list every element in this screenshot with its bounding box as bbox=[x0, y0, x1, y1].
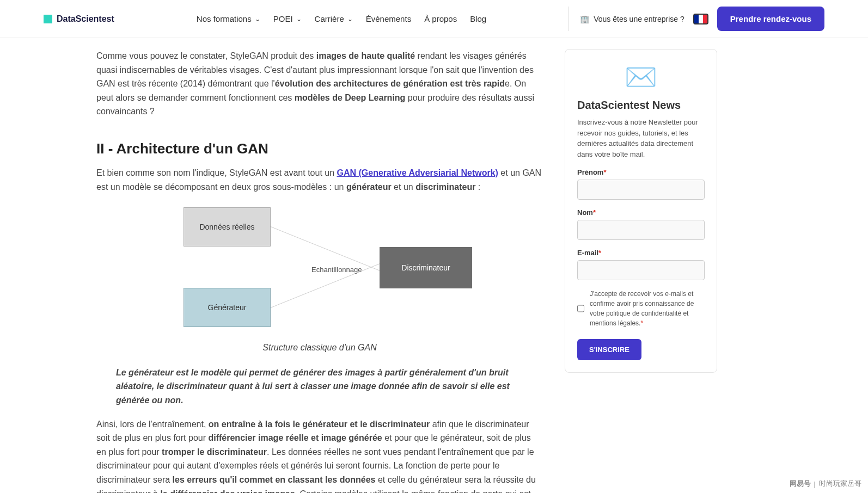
logo-text: DataScientest bbox=[57, 14, 114, 24]
nav-blog[interactable]: Blog bbox=[470, 14, 486, 23]
newsletter-sidebar: ✉️ DataScientest News Inscrivez-vous à n… bbox=[565, 49, 717, 493]
diagram-real-data: Données réelles bbox=[184, 207, 271, 246]
nav-poei[interactable]: POEI⌄ bbox=[273, 14, 302, 23]
diagram-generator: Générateur bbox=[184, 288, 271, 327]
logo-icon bbox=[44, 15, 52, 23]
paragraph-gan: Et bien comme son nom l'indique, StyleGA… bbox=[96, 166, 543, 194]
nom-label: Nom* bbox=[577, 208, 705, 217]
section-heading: II - Architecture d'un GAN bbox=[96, 140, 543, 157]
quote-block: Le générateur est le modèle qui permet d… bbox=[116, 366, 543, 408]
email-label: E-mail* bbox=[577, 249, 705, 257]
prenom-label: Prénom* bbox=[577, 168, 705, 176]
enterprise-link[interactable]: 🏢 Vous êtes une entreprise ? bbox=[580, 15, 684, 23]
newsletter-title: DataScientest News bbox=[577, 99, 705, 112]
nav-apropos[interactable]: À propos bbox=[424, 14, 457, 23]
logo[interactable]: DataScientest bbox=[44, 14, 114, 24]
chevron-down-icon: ⌄ bbox=[347, 15, 353, 23]
nav-formations[interactable]: Nos formations⌄ bbox=[197, 14, 260, 23]
nav-evenements[interactable]: Événements bbox=[366, 14, 411, 23]
consent-text: J'accepte de recevoir vos e-mails et con… bbox=[590, 289, 705, 328]
nav-carriere[interactable]: Carrière⌄ bbox=[315, 14, 353, 23]
diagram-caption: Structure classique d'un GAN bbox=[96, 341, 543, 355]
newsletter-description: Inscrivez-vous à notre Newsletter pour r… bbox=[577, 117, 705, 159]
diagram-sampling-label: Echantillonnage bbox=[311, 266, 362, 274]
gan-diagram: Données réelles Générateur Discriminateu… bbox=[167, 205, 472, 330]
email-input[interactable] bbox=[577, 260, 705, 280]
consent-checkbox[interactable] bbox=[577, 289, 584, 328]
prenom-input[interactable] bbox=[577, 180, 705, 200]
header-right: 🏢 Vous êtes une entreprise ? Prendre ren… bbox=[569, 7, 824, 31]
chevron-down-icon: ⌄ bbox=[296, 15, 302, 23]
building-icon: 🏢 bbox=[580, 15, 589, 23]
language-selector[interactable] bbox=[693, 14, 708, 24]
site-header: DataScientest Nos formations⌄ POEI⌄ Carr… bbox=[0, 0, 868, 38]
diagram-discriminator: Discriminateur bbox=[380, 247, 472, 288]
footer-attribution: 网易号 | 时尚玩家岳哥 bbox=[790, 479, 861, 489]
main-nav: Nos formations⌄ POEI⌄ Carrière⌄ Événemen… bbox=[197, 14, 486, 23]
cta-button[interactable]: Prendre rendez-vous bbox=[717, 7, 824, 31]
subscribe-button[interactable]: S'INSCRIRE bbox=[577, 339, 641, 360]
article-content: Comme vous pouvez le constater, StyleGAN… bbox=[96, 49, 543, 493]
envelope-icon: ✉️ bbox=[577, 61, 705, 93]
paragraph-intro: Comme vous pouvez le constater, StyleGAN… bbox=[96, 49, 543, 119]
chevron-down-icon: ⌄ bbox=[255, 15, 260, 23]
gan-link[interactable]: GAN (Generative Adversiarial Network) bbox=[337, 168, 498, 177]
newsletter-card: ✉️ DataScientest News Inscrivez-vous à n… bbox=[565, 49, 717, 373]
paragraph-training: Ainsi, lors de l'entraînement, on entraî… bbox=[96, 417, 543, 493]
nom-input[interactable] bbox=[577, 220, 705, 240]
